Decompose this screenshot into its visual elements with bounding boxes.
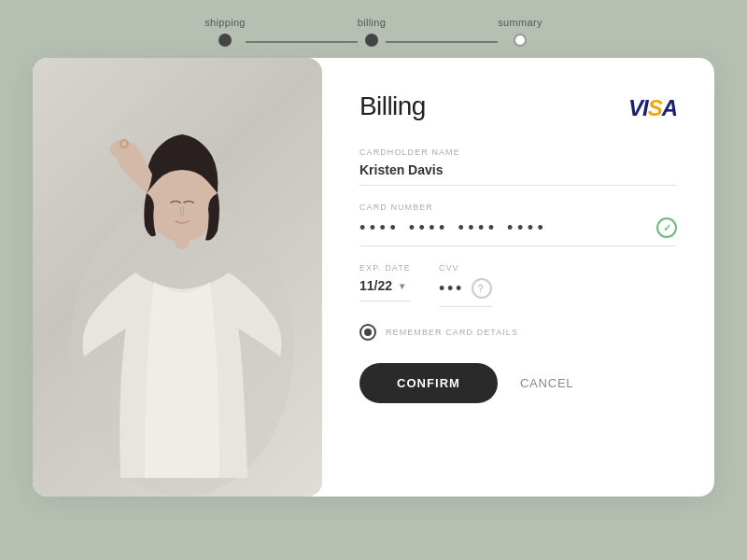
card-number-label: CARD NUMBER — [359, 203, 677, 212]
card-valid-icon: ✓ — [656, 217, 677, 238]
main-card: Billing VISA CARDHOLDER NAME Kristen Dav… — [33, 58, 714, 497]
step-summary-dot — [514, 34, 527, 47]
cardholder-value[interactable]: Kristen Davis — [359, 162, 677, 186]
step-billing[interactable]: billing — [358, 17, 386, 47]
step-billing-dot — [365, 34, 378, 47]
step-shipping[interactable]: shipping — [204, 17, 246, 47]
radio-inner-dot — [364, 329, 372, 336]
card-number-value[interactable]: •••• •••• •••• •••• ✓ — [359, 217, 677, 246]
remember-label: REMEMBER CARD DETAILS — [386, 328, 518, 337]
person-illustration — [51, 86, 313, 497]
step-line-2 — [386, 41, 498, 43]
remember-card-row[interactable]: REMEMBER CARD DETAILS — [359, 324, 677, 341]
exp-dropdown-arrow: ▾ — [400, 281, 404, 291]
cancel-button[interactable]: CANCEL — [520, 376, 573, 390]
cvv-label: CVV — [439, 263, 492, 273]
exp-date-field: EXP. DATE 11/22 ▾ — [359, 263, 411, 307]
progress-bar: shipping billing summary — [0, 0, 747, 58]
remember-radio[interactable] — [359, 324, 376, 341]
cvv-field: CVV ••• ? — [439, 263, 492, 307]
exp-date-label: EXP. DATE — [359, 263, 411, 273]
step-summary-label: summary — [498, 17, 543, 28]
card-number-field: CARD NUMBER •••• •••• •••• •••• ✓ — [359, 203, 677, 246]
confirm-button[interactable]: CONFIRM — [359, 363, 498, 403]
form-header: Billing VISA — [359, 91, 677, 121]
cardholder-field: CARDHOLDER NAME Kristen Davis — [359, 147, 677, 186]
cvv-value[interactable]: ••• ? — [439, 278, 492, 307]
step-shipping-dot — [218, 34, 232, 47]
card-number-dots: •••• •••• •••• •••• — [359, 218, 547, 238]
visa-text: VISA — [628, 95, 677, 121]
exp-date-value[interactable]: 11/22 ▾ — [359, 278, 411, 301]
cvv-info-icon: ? — [472, 278, 492, 299]
form-buttons: CONFIRM CANCEL — [359, 363, 677, 403]
step-billing-label: billing — [358, 17, 386, 28]
exp-cvv-row: EXP. DATE 11/22 ▾ CVV ••• ? — [359, 263, 677, 307]
billing-form: Billing VISA CARDHOLDER NAME Kristen Dav… — [322, 58, 714, 497]
step-shipping-label: shipping — [204, 17, 246, 28]
form-title: Billing — [359, 91, 426, 121]
step-summary[interactable]: summary — [498, 17, 543, 47]
cardholder-label: CARDHOLDER NAME — [359, 147, 677, 157]
product-image — [33, 58, 322, 497]
step-line-1 — [246, 41, 358, 43]
visa-logo: VISA — [628, 95, 677, 121]
